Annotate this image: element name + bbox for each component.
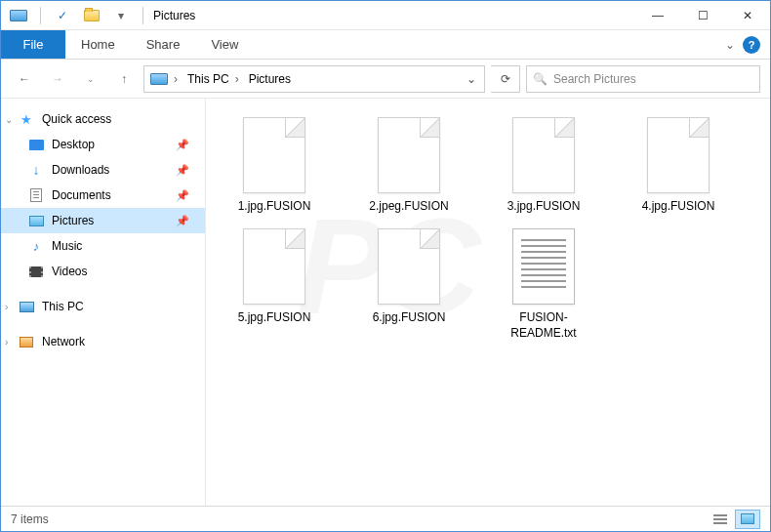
- nav-label: Desktop: [52, 138, 95, 151]
- unknown-file-icon: [639, 112, 717, 198]
- refresh-button[interactable]: ⟳: [491, 65, 520, 93]
- desktop-icon: [28, 137, 44, 152]
- navigation-pane: ⌄ ★ Quick access Desktop 📌 ↓ Downloads 📌…: [1, 99, 206, 506]
- nav-documents[interactable]: Documents 📌: [1, 183, 205, 208]
- chevron-right-icon: ›: [5, 302, 8, 312]
- tab-home[interactable]: Home: [65, 30, 131, 59]
- qat-customize-button[interactable]: ▾: [109, 5, 133, 26]
- breadcrumb-root-icon[interactable]: ›: [146, 66, 183, 92]
- address-bar-row: ← → ⌄ ↑ › This PC› Pictures ⌄ ⟳ 🔍 Search…: [1, 60, 770, 99]
- nav-label: Quick access: [42, 112, 111, 126]
- minimize-button[interactable]: —: [635, 1, 680, 30]
- expand-ribbon-button[interactable]: ⌄: [725, 38, 735, 52]
- address-bar[interactable]: › This PC› Pictures ⌄: [143, 65, 485, 93]
- nav-videos[interactable]: Videos: [1, 259, 205, 284]
- help-button[interactable]: ?: [743, 36, 760, 54]
- tab-view[interactable]: View: [195, 30, 254, 59]
- unknown-file-icon: [370, 112, 448, 198]
- file-name: 3.jpg.FUSION: [506, 198, 583, 214]
- back-button[interactable]: ←: [11, 65, 38, 93]
- music-icon: ♪: [28, 238, 44, 254]
- recent-locations-button[interactable]: ⌄: [77, 65, 104, 93]
- file-name: 6.jpg.FUSION: [371, 309, 448, 325]
- document-icon: [28, 187, 44, 203]
- file-item[interactable]: 2.jpeg.FUSION: [350, 112, 467, 214]
- file-tab[interactable]: File: [1, 30, 65, 59]
- details-view-button[interactable]: [708, 510, 733, 529]
- separator: [142, 7, 143, 24]
- forward-button[interactable]: →: [44, 65, 71, 93]
- search-placeholder: Search Pictures: [553, 72, 636, 86]
- search-input[interactable]: 🔍 Search Pictures: [526, 65, 760, 93]
- nav-pictures[interactable]: Pictures 📌: [1, 208, 205, 233]
- pictures-icon: [28, 213, 44, 228]
- window-title: Pictures: [153, 9, 195, 22]
- nav-label: This PC: [42, 300, 84, 313]
- download-icon: ↓: [28, 162, 44, 178]
- file-item[interactable]: 6.jpg.FUSION: [350, 224, 467, 341]
- file-name: FUSION-README.txt: [485, 309, 602, 341]
- unknown-file-icon: [235, 224, 313, 309]
- system-menu-icon[interactable]: [7, 5, 30, 26]
- file-item[interactable]: 1.jpg.FUSION: [216, 112, 333, 214]
- file-item[interactable]: 4.jpg.FUSION: [620, 112, 737, 214]
- separator: [40, 7, 41, 24]
- pin-icon: 📌: [176, 139, 189, 151]
- qat-new-folder-button[interactable]: [80, 5, 103, 26]
- file-name: 2.jpeg.FUSION: [367, 198, 450, 214]
- pc-icon: [19, 299, 34, 314]
- pin-icon: 📌: [176, 189, 189, 202]
- tab-share[interactable]: Share: [131, 30, 196, 59]
- nav-network[interactable]: › Network: [1, 329, 205, 354]
- file-name: 1.jpg.FUSION: [236, 198, 313, 214]
- item-count: 7 items: [11, 512, 49, 526]
- close-button[interactable]: ✕: [725, 1, 770, 30]
- nav-label: Videos: [52, 265, 87, 278]
- file-item[interactable]: 5.jpg.FUSION: [216, 224, 333, 341]
- title-bar: ✓ ▾ Pictures — ☐ ✕: [1, 1, 770, 30]
- unknown-file-icon: [235, 112, 313, 198]
- address-dropdown-button[interactable]: ⌄: [461, 72, 482, 86]
- file-list[interactable]: 1.jpg.FUSION2.jpeg.FUSION3.jpg.FUSION4.j…: [206, 99, 770, 506]
- nav-label: Network: [42, 335, 85, 348]
- text-file-icon: [505, 224, 583, 309]
- chevron-right-icon: ›: [5, 337, 8, 348]
- file-item[interactable]: FUSION-README.txt: [485, 224, 602, 341]
- nav-desktop[interactable]: Desktop 📌: [1, 132, 205, 157]
- file-item[interactable]: 3.jpg.FUSION: [485, 112, 602, 214]
- network-icon: [19, 334, 34, 349]
- nav-quick-access[interactable]: ⌄ ★ Quick access: [1, 106, 205, 132]
- breadcrumb-pictures[interactable]: Pictures: [245, 66, 295, 92]
- nav-label: Pictures: [52, 214, 94, 227]
- search-icon: 🔍: [533, 72, 548, 86]
- file-name: 5.jpg.FUSION: [236, 309, 313, 325]
- breadcrumb-this-pc[interactable]: This PC›: [183, 66, 245, 92]
- star-icon: ★: [19, 111, 34, 127]
- chevron-down-icon: ⌄: [5, 114, 13, 125]
- nav-music[interactable]: ♪ Music: [1, 233, 205, 259]
- video-icon: [28, 264, 44, 279]
- file-name: 4.jpg.FUSION: [640, 198, 717, 214]
- up-button[interactable]: ↑: [110, 65, 138, 93]
- status-bar: 7 items: [1, 506, 770, 531]
- nav-label: Downloads: [52, 163, 109, 177]
- maximize-button[interactable]: ☐: [680, 1, 725, 30]
- nav-this-pc[interactable]: › This PC: [1, 294, 205, 319]
- large-icons-view-button[interactable]: [735, 510, 760, 529]
- unknown-file-icon: [505, 112, 583, 198]
- unknown-file-icon: [370, 224, 448, 309]
- qat-properties-button[interactable]: ✓: [51, 5, 74, 26]
- nav-downloads[interactable]: ↓ Downloads 📌: [1, 157, 205, 183]
- pin-icon: 📌: [176, 215, 189, 227]
- ribbon-tabs: File Home Share View ⌄ ?: [1, 30, 770, 60]
- pin-icon: 📌: [176, 164, 189, 177]
- nav-label: Documents: [52, 188, 111, 202]
- nav-label: Music: [52, 239, 82, 253]
